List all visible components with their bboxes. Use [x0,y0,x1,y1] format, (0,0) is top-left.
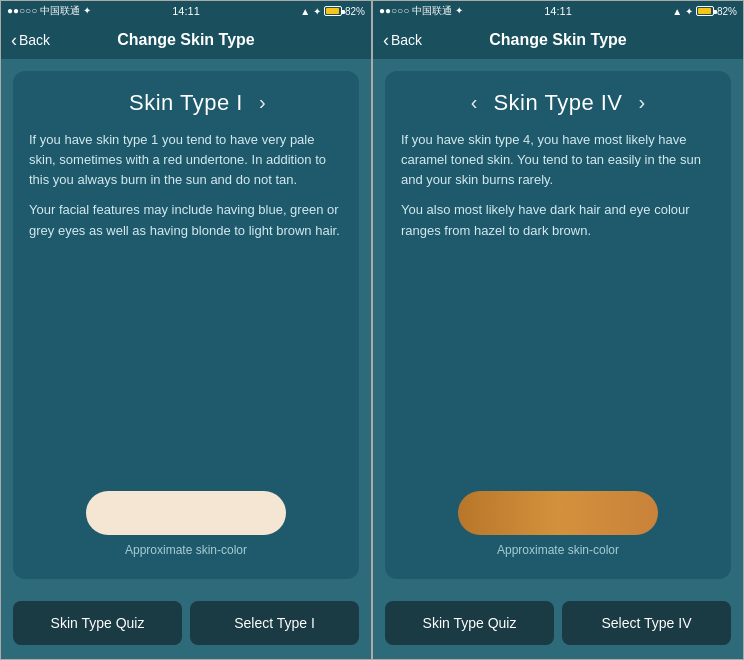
phone-screen-2: ●●○○○ 中国联通 ✦ 14:11 ▲ ✦ 82% ‹ Back Change… [372,0,744,660]
skin-color-swatch-1 [86,491,286,535]
nav-bar-1: ‹ Back Change Skin Type [1,21,371,59]
content-area-1: ‹ Skin Type I › If you have skin type 1 … [1,59,371,591]
skin-description-2: If you have skin type 4, you have most l… [401,130,715,241]
bottom-buttons-2: Skin Type Quiz Select Type IV [373,591,743,659]
skin-type-title-1: Skin Type I [129,90,243,116]
skin-type-header-2: ‹ Skin Type IV › [401,89,715,116]
status-icons-1: ▲ ✦ 82% [300,6,365,17]
skin-type-title-2: Skin Type IV [493,90,622,116]
status-carrier-2: ●●○○○ 中国联通 ✦ [379,4,463,18]
status-time-2: 14:11 [544,5,572,17]
next-arrow-2[interactable]: › [633,89,652,116]
skin-color-container-2: Approximate skin-color [458,491,658,561]
skin-color-label-2: Approximate skin-color [497,543,619,557]
skin-color-container-1: Approximate skin-color [86,491,286,561]
back-chevron-icon-1: ‹ [11,31,17,49]
back-button-2[interactable]: ‹ Back [383,31,422,49]
status-time-1: 14:11 [172,5,200,17]
skin-description-1: If you have skin type 1 you tend to have… [29,130,343,241]
content-area-2: ‹ Skin Type IV › If you have skin type 4… [373,59,743,591]
battery-icon-1 [324,6,342,16]
phone-screen-1: ●●○○○ 中国联通 ✦ 14:11 ▲ ✦ 82% ‹ Back Change… [0,0,372,660]
select-button-1[interactable]: Select Type I [190,601,359,645]
bottom-buttons-1: Skin Type Quiz Select Type I [1,591,371,659]
skin-type-header-1: ‹ Skin Type I › [29,89,343,116]
status-bar-2: ●●○○○ 中国联通 ✦ 14:11 ▲ ✦ 82% [373,1,743,21]
back-chevron-icon-2: ‹ [383,31,389,49]
status-carrier-1: ●●○○○ 中国联通 ✦ [7,4,91,18]
skin-color-swatch-2 [458,491,658,535]
quiz-button-2[interactable]: Skin Type Quiz [385,601,554,645]
nav-bar-2: ‹ Back Change Skin Type [373,21,743,59]
skin-type-card-1: ‹ Skin Type I › If you have skin type 1 … [13,71,359,579]
status-icons-2: ▲ ✦ 82% [672,6,737,17]
next-arrow-1[interactable]: › [253,89,272,116]
skin-color-label-1: Approximate skin-color [125,543,247,557]
battery-icon-2 [696,6,714,16]
nav-title-2: Change Skin Type [489,31,627,49]
back-button-1[interactable]: ‹ Back [11,31,50,49]
select-button-2[interactable]: Select Type IV [562,601,731,645]
quiz-button-1[interactable]: Skin Type Quiz [13,601,182,645]
nav-title-1: Change Skin Type [117,31,255,49]
skin-type-card-2: ‹ Skin Type IV › If you have skin type 4… [385,71,731,579]
prev-arrow-2[interactable]: ‹ [465,89,484,116]
status-bar-1: ●●○○○ 中国联通 ✦ 14:11 ▲ ✦ 82% [1,1,371,21]
